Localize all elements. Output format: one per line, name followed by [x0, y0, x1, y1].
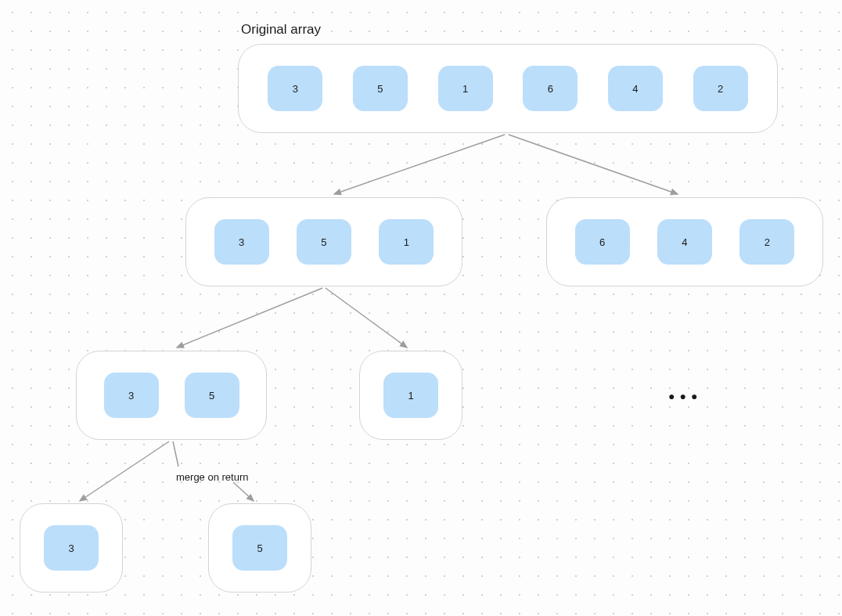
cell: 4	[657, 219, 712, 265]
array-left-3: 3	[20, 503, 123, 593]
cell: 1	[379, 219, 434, 265]
ellipsis: ●●●	[668, 390, 702, 402]
cell: 5	[232, 525, 287, 571]
cell: 3	[268, 66, 322, 111]
cell: 2	[693, 66, 748, 111]
cell: 3	[214, 219, 269, 265]
svg-line-1	[509, 135, 678, 194]
array-right-1: 6 4 2	[546, 197, 823, 286]
cell: 5	[297, 219, 351, 265]
cell: 6	[523, 66, 578, 111]
array-left-1: 3 5 1	[185, 197, 462, 286]
array-right-2: 1	[359, 351, 462, 440]
cell: 1	[438, 66, 493, 111]
cell: 4	[608, 66, 663, 111]
svg-line-3	[326, 288, 407, 348]
svg-line-5	[173, 441, 178, 467]
cell: 2	[739, 219, 794, 265]
svg-line-2	[177, 288, 322, 348]
svg-line-6	[233, 482, 254, 501]
cell: 3	[44, 525, 99, 571]
svg-line-0	[334, 135, 505, 194]
array-left-2: 3 5	[76, 351, 267, 440]
svg-line-4	[80, 441, 169, 501]
cell: 5	[353, 66, 408, 111]
array-root: 3 5 1 6 4 2	[238, 44, 778, 133]
cell: 3	[104, 373, 159, 418]
cell: 1	[383, 373, 438, 418]
cell: 6	[575, 219, 630, 265]
cell: 5	[185, 373, 239, 418]
merge-label: merge on return	[176, 471, 249, 483]
array-right-3: 5	[208, 503, 311, 593]
diagram-title: Original array	[241, 22, 321, 38]
